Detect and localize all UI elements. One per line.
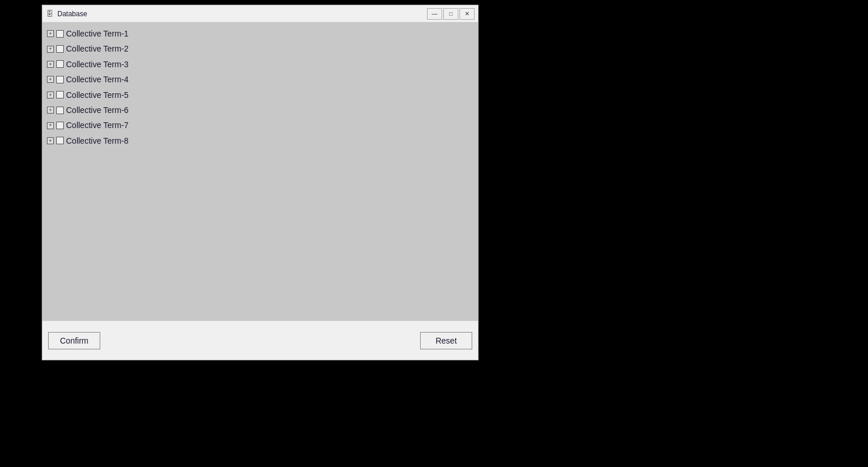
tree-item-label: Collective Term-1: [66, 27, 129, 40]
title-bar-left: 🗄 Database: [46, 10, 87, 18]
maximize-button[interactable]: □: [443, 8, 458, 20]
minimize-button[interactable]: —: [427, 8, 442, 20]
tree-item-label: Collective Term-6: [66, 104, 129, 116]
tree-item-checkbox[interactable]: [56, 30, 64, 38]
tree-item-label: Collective Term-8: [66, 134, 129, 147]
tree-item-label: Collective Term-2: [66, 42, 129, 55]
tree-item-checkbox[interactable]: [56, 76, 64, 83]
tree-item-checkbox[interactable]: [56, 60, 64, 68]
tree-item-checkbox[interactable]: [56, 91, 64, 98]
close-button[interactable]: ✕: [459, 8, 475, 20]
expand-icon[interactable]: +: [47, 107, 54, 114]
tree-item[interactable]: +Collective Term-8: [45, 133, 476, 148]
tree-item-label: Collective Term-7: [66, 119, 129, 132]
tree-item[interactable]: +Collective Term-4: [45, 72, 476, 87]
tree-item[interactable]: +Collective Term-1: [45, 26, 476, 41]
tree-item-label: Collective Term-4: [66, 73, 129, 86]
tree-item[interactable]: +Collective Term-7: [45, 118, 476, 133]
title-bar-controls: — □ ✕: [427, 8, 475, 20]
tree-item[interactable]: +Collective Term-3: [45, 57, 476, 72]
confirm-button[interactable]: Confirm: [48, 332, 100, 349]
tree-panel: +Collective Term-1+Collective Term-2+Col…: [42, 23, 478, 320]
title-bar: 🗄 Database — □ ✕: [42, 5, 478, 23]
tree-item[interactable]: +Collective Term-2: [45, 41, 476, 56]
expand-icon[interactable]: +: [47, 46, 54, 53]
tree-item-checkbox[interactable]: [56, 45, 64, 53]
tree-item-label: Collective Term-3: [66, 58, 129, 71]
reset-button[interactable]: Reset: [420, 332, 472, 349]
window-title: Database: [57, 10, 87, 18]
tree-item-checkbox[interactable]: [56, 137, 64, 144]
tree-item-label: Collective Term-5: [66, 89, 129, 101]
tree-item-checkbox[interactable]: [56, 107, 64, 114]
expand-icon[interactable]: +: [47, 76, 54, 83]
expand-icon[interactable]: +: [47, 122, 54, 129]
expand-icon[interactable]: +: [47, 92, 54, 98]
tree-item[interactable]: +Collective Term-5: [45, 87, 476, 103]
expand-icon[interactable]: +: [47, 137, 54, 144]
tree-item-checkbox[interactable]: [56, 122, 64, 129]
window-icon: 🗄: [46, 10, 54, 18]
expand-icon[interactable]: +: [47, 30, 54, 37]
bottom-panel: Confirm Reset: [42, 320, 478, 360]
expand-icon[interactable]: +: [47, 61, 54, 68]
database-window: 🗄 Database — □ ✕ +Collective Term-1+Coll…: [42, 5, 479, 360]
tree-item[interactable]: +Collective Term-6: [45, 103, 476, 118]
